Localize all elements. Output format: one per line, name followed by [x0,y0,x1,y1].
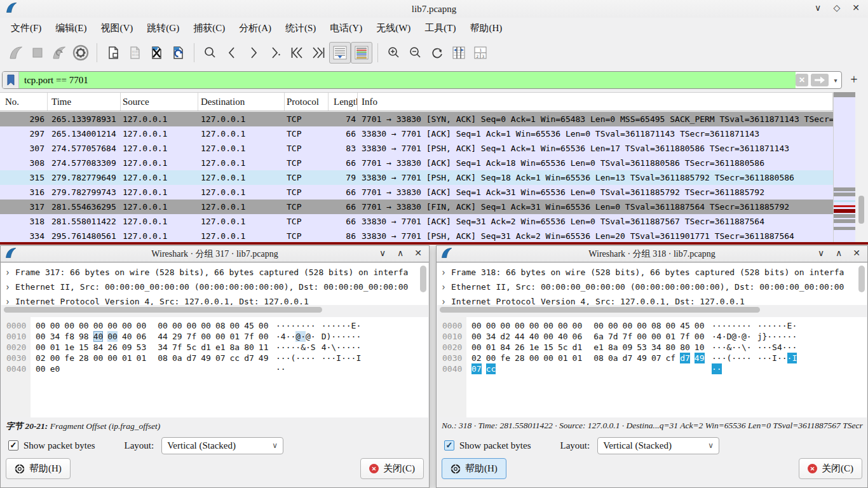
start-capture-icon[interactable] [5,42,27,64]
hex-byte[interactable]: 49 [201,353,211,363]
hex-byte[interactable]: 28 [79,353,89,363]
hex-byte[interactable]: 00 [64,320,74,331]
hex-byte[interactable]: 01 [230,331,240,342]
hex-byte[interactable]: 84 [93,342,104,353]
packet-row-308[interactable]: 308274.577083309127.0.0.1127.0.0.1TCP667… [0,156,833,170]
hex-byte[interactable]: 29 [172,331,182,342]
packet-bytes-pane[interactable]: 000000000000000000000000000008004500····… [1,317,428,417]
hex-byte[interactable]: 00 [529,353,539,363]
hex-byte[interactable]: 00 [486,353,496,363]
tree-vertical-scrollbar[interactable] [858,266,865,301]
hex-byte[interactable]: 7f [244,331,254,342]
hex-byte[interactable]: f8 [64,331,74,342]
packet-row-307[interactable]: 307274.577057684127.0.0.1127.0.0.1TCP833… [0,141,833,156]
main-titlebar[interactable]: lib7.pcapng ∨ ◇ ✕ [0,0,868,18]
hex-byte[interactable]: 7f [623,331,633,342]
hex-byte[interactable]: 5c [187,342,197,353]
menu-item[interactable]: 文件(F) [4,20,48,37]
hex-row[interactable]: 00100034f8984000400644297f0000017f00·4··… [1,331,428,342]
show-packet-bytes-checkbox[interactable]: ✓ [8,440,18,451]
column-header-protocol[interactable]: Protocol [285,93,329,111]
hex-row[interactable]: 00300200fe2800000101080ad74907ccd749···(… [1,353,428,363]
hex-byte[interactable]: 40 [93,331,104,342]
layout-presets-icon[interactable]: 123 [470,42,491,64]
hex-byte[interactable]: e1 [215,342,226,353]
hex-byte[interactable]: 00 [695,331,705,342]
tree-row[interactable]: ›Frame 318: 66 bytes on wire (528 bits),… [441,265,867,280]
menu-item[interactable]: 捕获(C) [186,20,232,37]
hex-byte[interactable]: 00 [500,320,510,331]
hex-byte[interactable]: 1e [529,342,539,353]
open-file-icon[interactable] [102,42,124,64]
minimize-button[interactable]: ∨ [810,3,826,13]
hex-byte[interactable]: 00 [36,320,46,331]
intelligent-scrollbar-minimap[interactable] [833,92,855,242]
hex-byte[interactable]: 00 [36,331,46,342]
hex-byte[interactable]: 01 [573,353,583,363]
packet-list[interactable]: 296265.133978931127.0.0.1127.0.0.1TCP747… [0,112,833,243]
hex-byte[interactable]: 00 [608,320,618,331]
close-file-icon[interactable] [146,42,167,64]
hex-byte[interactable]: 00 [107,353,118,363]
hex-byte[interactable]: 00 [201,331,211,342]
hex-byte[interactable]: 01 [50,342,60,353]
menu-item[interactable]: 帮助(H) [463,20,509,37]
hex-byte[interactable]: 45 [680,320,690,331]
tree-row[interactable]: ›Internet Protocol Version 4, Src: 127.0… [441,294,867,305]
hex-byte[interactable]: 09 [623,342,633,353]
filter-clear-icon[interactable]: ✕ [796,74,808,86]
hex-byte[interactable]: 11 [259,342,269,353]
hex-byte[interactable]: 02 [36,353,46,363]
hex-byte[interactable]: 00 [122,320,132,331]
find-packet-icon[interactable] [200,42,221,64]
layout-select[interactable]: Vertical (Stacked) ∨ [597,437,719,454]
packet-row-334[interactable]: 334295.761480561127.0.0.1127.0.0.1TCP863… [0,229,833,243]
hex-byte[interactable]: 53 [637,342,647,353]
hex-byte[interactable]: 15 [79,342,89,353]
hex-byte[interactable]: 00 [623,320,633,331]
hex-byte[interactable]: 00 [259,320,269,331]
hex-row[interactable]: 002000011e1584260953347f5cd1e18a8011····… [1,342,428,353]
column-header-destination[interactable]: Destination [198,93,285,111]
hex-byte[interactable]: 15 [543,342,553,353]
filter-dropdown-caret[interactable]: ▾ [831,74,840,86]
hex-byte[interactable]: 49 [259,353,269,363]
tree-row[interactable]: ›Ethernet II, Src: 00:00:00_00:00:00 (00… [441,280,867,294]
hex-row[interactable]: 000000000000000000000000000008004500····… [1,320,428,331]
hex-byte[interactable]: 00 [543,353,553,363]
packet-row-316[interactable]: 316279.782799743127.0.0.1127.0.0.1TCP667… [0,185,833,200]
hex-byte[interactable]: 7f [187,331,197,342]
hex-byte[interactable]: 00 [93,320,104,331]
hex-byte[interactable]: 49 [637,353,647,363]
tree-row[interactable]: ›Internet Protocol Version 4, Src: 127.0… [5,294,428,305]
hex-byte[interactable]: 00 [158,320,168,331]
hex-byte[interactable]: 00 [79,320,89,331]
hex-byte[interactable]: 00 [471,342,482,353]
help-button[interactable]: 帮助(H) [6,458,71,479]
hex-byte[interactable]: 0a [172,353,182,363]
hex-byte[interactable]: 00 [36,363,46,374]
hex-byte[interactable]: 0a [608,353,618,363]
hex-byte[interactable]: 00 [543,331,553,342]
column-header-no[interactable]: No. [0,93,48,111]
hex-byte[interactable]: 00 [471,320,482,331]
expander-icon[interactable]: › [5,293,15,305]
menu-item[interactable]: 跳转(G) [140,20,186,37]
tree-horizontal-scrollbar[interactable] [1,307,420,315]
go-to-packet-icon[interactable] [264,42,286,64]
packet-row-315[interactable]: 315279.782779649127.0.0.1127.0.0.1TCP793… [0,170,833,185]
dialog-titlebar[interactable]: Wireshark · 分组 318 · lib7.pcapng ∨ ∧ ✕ [437,246,867,262]
close-button[interactable]: ✕ [410,248,426,259]
hex-byte[interactable]: 8a [608,342,618,353]
auto-scroll-icon[interactable] [329,42,351,64]
minimize-button[interactable]: ∨ [813,248,829,259]
hex-row[interactable]: 004007cc·· [437,363,867,374]
hex-byte[interactable]: 00 [50,320,60,331]
hex-row[interactable]: 00300200fe2800000101080ad74907cfd749···(… [437,353,867,363]
hex-byte[interactable]: 7d [608,331,618,342]
column-header-length[interactable]: Length [329,93,358,111]
tree-horizontal-scrollbar[interactable] [437,307,858,315]
restore-button[interactable]: ∧ [392,248,409,259]
help-button[interactable]: 帮助(H) [442,458,506,479]
hex-byte[interactable]: 44 [158,331,168,342]
